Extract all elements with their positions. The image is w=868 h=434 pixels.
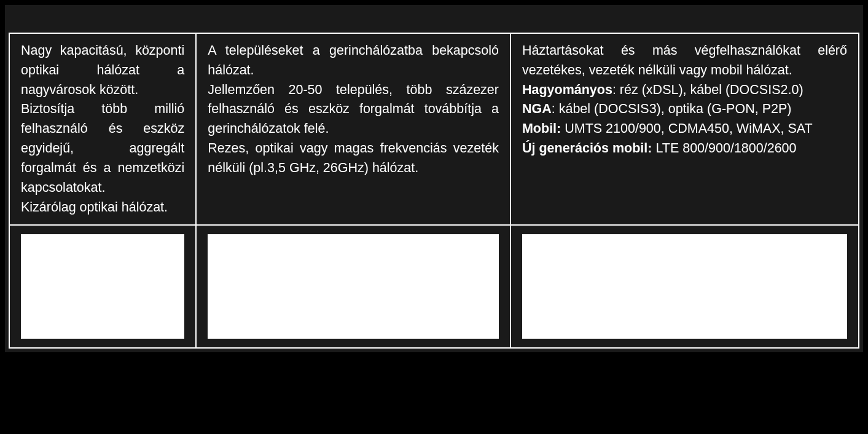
text: Jellemzően 20-50 település, több százeze…: [208, 82, 499, 136]
text: Rezes, optikai vagy magas frekvenciás ve…: [208, 141, 499, 175]
cell-access: Háztartásokat és más végfelhasználókat e…: [510, 33, 859, 225]
network-table: Nagy kapacitású, központi optikai hálóza…: [9, 9, 859, 349]
text: UMTS 2100/900, CDMA450, WiMAX, SAT: [561, 121, 812, 136]
cell-aggregation: A településeket a gerinchálózatba bekapc…: [196, 33, 510, 225]
table-container: Nagy kapacitású, központi optikai hálóza…: [5, 5, 863, 352]
label-traditional: Hagyományos: [522, 82, 612, 97]
cell-image-3: [510, 225, 859, 348]
text: A településeket a gerinchálózatba bekapc…: [208, 43, 499, 77]
cell-image-2: [196, 225, 510, 348]
text: Biztosítja több millió felhasználó és es…: [21, 101, 184, 194]
text: : kábel (DOCSIS3), optika (G-PON, P2P): [552, 101, 792, 116]
label-nga: NGA: [522, 101, 552, 116]
text: Nagy kapacitású, központi optikai hálóza…: [21, 43, 184, 97]
cell-image-1: [9, 225, 196, 348]
cell-backbone: Nagy kapacitású, központi optikai hálóza…: [9, 33, 196, 225]
text: LTE 800/900/1800/2600: [652, 141, 796, 156]
label-newgen-mobile: Új generációs mobil:: [522, 141, 652, 156]
text: Háztartásokat és más végfelhasználókat e…: [522, 43, 847, 77]
image-placeholder: [21, 234, 184, 339]
image-placeholder: [208, 234, 499, 339]
text: : réz (xDSL), kábel (DOCSIS2.0): [612, 82, 803, 97]
spacer: [9, 9, 859, 33]
text: Kizárólag optikai hálózat.: [21, 200, 168, 215]
image-row: [9, 225, 859, 348]
description-row: Nagy kapacitású, központi optikai hálóza…: [9, 33, 859, 225]
label-mobile: Mobil:: [522, 121, 561, 136]
image-placeholder: [522, 234, 847, 339]
